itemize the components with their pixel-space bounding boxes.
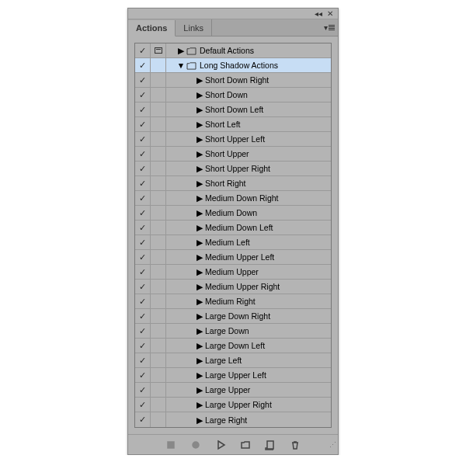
action-row[interactable]: ✓▶Medium Left <box>135 235 331 250</box>
toggle-check[interactable]: ✓ <box>135 176 151 190</box>
disclosure-icon[interactable]: ▼ <box>177 61 185 70</box>
toggle-dialog[interactable] <box>151 294 166 308</box>
disclosure-icon[interactable]: ▶ <box>196 282 203 291</box>
toggle-dialog[interactable] <box>151 58 166 72</box>
toggle-dialog[interactable] <box>151 383 166 397</box>
new-set-button[interactable] <box>238 438 252 452</box>
toggle-check[interactable]: ✓ <box>135 117 151 131</box>
action-row[interactable]: ✓▶Medium Down Left <box>135 221 331 235</box>
toggle-check[interactable]: ✓ <box>135 250 151 264</box>
disclosure-icon[interactable]: ▶ <box>196 356 203 365</box>
disclosure-icon[interactable]: ▶ <box>196 311 203 321</box>
action-row[interactable]: ✓▶Large Right <box>135 412 331 427</box>
disclosure-icon[interactable]: ▶ <box>196 238 203 247</box>
tab-links[interactable]: Links <box>176 19 212 36</box>
action-row[interactable]: ✓▶Short Down <box>135 88 331 102</box>
toggle-check[interactable]: ✓ <box>135 398 151 412</box>
disclosure-icon[interactable]: ▶ <box>196 267 203 276</box>
resize-grip-icon[interactable]: ⋰ <box>329 441 336 449</box>
disclosure-icon[interactable]: ▶ <box>196 120 203 129</box>
toggle-dialog[interactable] <box>151 235 166 249</box>
toggle-check[interactable]: ✓ <box>135 102 151 116</box>
action-row[interactable]: ✓▶Short Left <box>135 117 331 132</box>
disclosure-icon[interactable]: ▶ <box>196 385 203 394</box>
toggle-dialog[interactable] <box>151 206 166 220</box>
action-row[interactable]: ✓▶Large Down Left <box>135 339 331 353</box>
toggle-check[interactable]: ✓ <box>135 73 151 87</box>
toggle-dialog[interactable] <box>151 117 166 131</box>
toggle-dialog[interactable] <box>151 339 166 353</box>
action-row[interactable]: ✓▶Short Down Right <box>135 73 331 88</box>
toggle-dialog[interactable] <box>151 147 166 161</box>
action-row[interactable]: ✓▶Short Upper Left <box>135 132 331 147</box>
disclosure-icon[interactable]: ▶ <box>196 341 203 350</box>
toggle-check[interactable]: ✓ <box>135 147 151 161</box>
toggle-check[interactable]: ✓ <box>135 43 151 57</box>
toggle-dialog[interactable] <box>151 280 166 294</box>
toggle-dialog[interactable] <box>151 353 166 367</box>
action-row[interactable]: ✓▶Medium Upper Right <box>135 280 331 294</box>
tab-actions[interactable]: Actions <box>128 20 176 36</box>
disclosure-icon[interactable]: ▶ <box>196 90 203 99</box>
stop-button[interactable] <box>164 438 178 452</box>
action-set-row[interactable]: ✓▼Long Shadow Actions <box>135 58 331 73</box>
toggle-dialog[interactable] <box>151 309 166 323</box>
toggle-check[interactable]: ✓ <box>135 58 151 72</box>
action-row[interactable]: ✓▶Large Down <box>135 324 331 339</box>
disclosure-icon[interactable]: ▶ <box>196 149 203 158</box>
toggle-check[interactable]: ✓ <box>135 265 151 279</box>
toggle-dialog[interactable] <box>151 43 166 57</box>
action-row[interactable]: ✓▶Medium Right <box>135 294 331 309</box>
action-row[interactable]: ✓▶Short Upper <box>135 147 331 162</box>
toggle-check[interactable]: ✓ <box>135 162 151 175</box>
toggle-check[interactable]: ✓ <box>135 132 151 146</box>
toggle-check[interactable]: ✓ <box>135 280 151 294</box>
disclosure-icon[interactable]: ▶ <box>177 46 185 55</box>
action-row[interactable]: ✓▶Large Down Right <box>135 309 331 324</box>
play-button[interactable] <box>214 438 228 452</box>
record-button[interactable] <box>189 438 203 452</box>
collapse-icon[interactable]: ◂◂ <box>315 10 322 18</box>
toggle-dialog[interactable] <box>151 73 166 87</box>
toggle-check[interactable]: ✓ <box>135 383 151 397</box>
new-action-button[interactable] <box>263 438 277 452</box>
action-row[interactable]: ✓▶Short Upper Right <box>135 162 331 176</box>
action-row[interactable]: ✓▶Large Upper Left <box>135 368 331 383</box>
toggle-dialog[interactable] <box>151 250 166 264</box>
action-set-row[interactable]: ✓▶Default Actions <box>135 43 331 58</box>
toggle-dialog[interactable] <box>151 221 166 235</box>
disclosure-icon[interactable]: ▶ <box>196 370 203 380</box>
disclosure-icon[interactable]: ▶ <box>196 193 203 203</box>
toggle-dialog[interactable] <box>151 368 166 382</box>
toggle-check[interactable]: ✓ <box>135 221 151 235</box>
disclosure-icon[interactable]: ▶ <box>196 400 203 409</box>
toggle-dialog[interactable] <box>151 176 166 190</box>
toggle-check[interactable]: ✓ <box>135 206 151 220</box>
disclosure-icon[interactable]: ▶ <box>196 252 203 262</box>
toggle-check[interactable]: ✓ <box>135 294 151 308</box>
action-row[interactable]: ✓▶Large Upper <box>135 383 331 398</box>
toggle-check[interactable]: ✓ <box>135 324 151 338</box>
disclosure-icon[interactable]: ▶ <box>196 179 203 188</box>
action-row[interactable]: ✓▶Large Left <box>135 353 331 368</box>
close-icon[interactable]: ✕ <box>327 10 333 18</box>
toggle-dialog[interactable] <box>151 412 166 427</box>
toggle-check[interactable]: ✓ <box>135 339 151 353</box>
toggle-dialog[interactable] <box>151 162 166 175</box>
action-row[interactable]: ✓▶Medium Upper Left <box>135 250 331 265</box>
toggle-dialog[interactable] <box>151 102 166 116</box>
toggle-dialog[interactable] <box>151 132 166 146</box>
toggle-dialog[interactable] <box>151 398 166 412</box>
toggle-check[interactable]: ✓ <box>135 368 151 382</box>
action-row[interactable]: ✓▶Medium Down Right <box>135 191 331 206</box>
toggle-dialog[interactable] <box>151 191 166 205</box>
action-row[interactable]: ✓▶Short Right <box>135 176 331 191</box>
toggle-check[interactable]: ✓ <box>135 88 151 102</box>
disclosure-icon[interactable]: ▶ <box>196 415 203 425</box>
toggle-check[interactable]: ✓ <box>135 309 151 323</box>
disclosure-icon[interactable]: ▶ <box>196 297 203 306</box>
disclosure-icon[interactable]: ▶ <box>196 75 203 85</box>
toggle-check[interactable]: ✓ <box>135 353 151 367</box>
action-row[interactable]: ✓▶Short Down Left <box>135 102 331 117</box>
toggle-dialog[interactable] <box>151 88 166 102</box>
